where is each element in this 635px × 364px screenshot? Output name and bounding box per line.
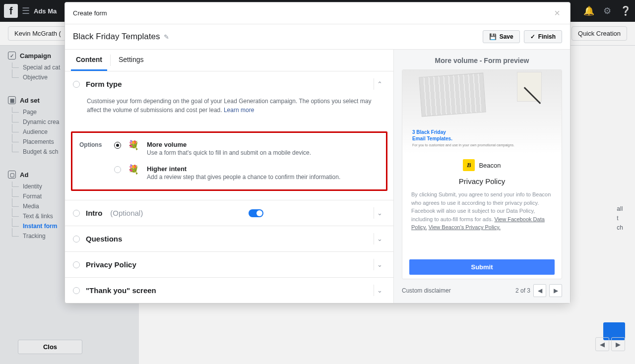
- close-icon[interactable]: ×: [552, 7, 562, 19]
- finish-button[interactable]: ✓Finish: [524, 30, 562, 43]
- modal-title: Create form: [73, 9, 107, 17]
- edit-name-icon[interactable]: ✎: [164, 33, 169, 41]
- save-button[interactable]: 💾Save: [483, 30, 520, 43]
- finish-icon: ✓: [530, 33, 535, 40]
- save-icon: 💾: [489, 33, 497, 40]
- modal-header: Create form ×: [65, 2, 570, 24]
- create-form-modal: Create form × Black Friday Templates ✎ 💾…: [64, 2, 571, 46]
- form-name: Black Friday Templates: [73, 32, 160, 42]
- modal-subheader: Black Friday Templates ✎ 💾Save ✓Finish: [65, 24, 570, 46]
